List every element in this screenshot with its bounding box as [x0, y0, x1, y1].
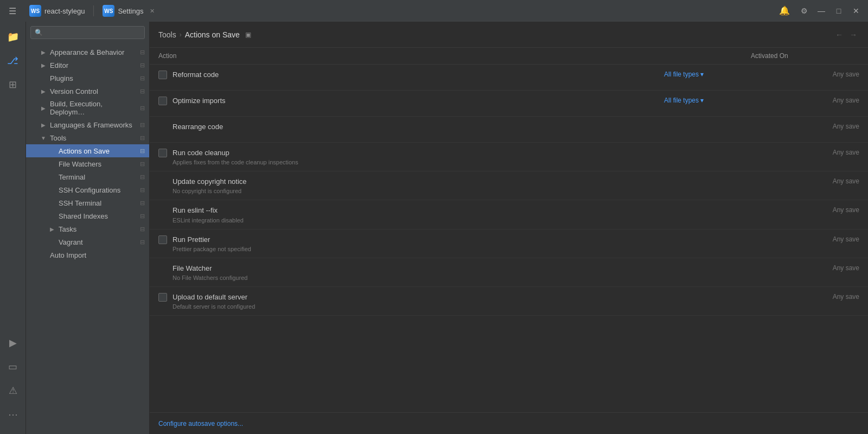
notification-icon[interactable]: 🔔: [775, 3, 794, 18]
settings-icon: WS: [103, 5, 114, 17]
table-row: Optimize imports All file types ▾ Any sa…: [150, 91, 868, 117]
search-input[interactable]: [30, 26, 145, 39]
configure-autosave-link[interactable]: Configure autosave options...: [158, 420, 243, 427]
row-left: Run code cleanup Applies fixes from the …: [158, 148, 664, 165]
table-row: Update copyright notice No copyright is …: [150, 171, 868, 200]
minimize-button[interactable]: —: [814, 3, 829, 18]
maximize-button[interactable]: □: [831, 3, 846, 18]
row-right: Any save: [664, 206, 859, 214]
nav-back-arrow[interactable]: ←: [833, 29, 845, 40]
nav-forward-arrow[interactable]: →: [847, 29, 859, 40]
file-types-button[interactable]: All file types ▾: [664, 71, 704, 78]
row-left: Reformat code: [158, 70, 664, 80]
run-prettier-checkbox[interactable]: [158, 235, 167, 244]
sidebar-item-version-control[interactable]: ▶ Version Control ⊟: [26, 85, 149, 98]
nav-tree: ▶ Appearance & Behavior ⊟ ▶ Editor ⊟ ▶ P…: [26, 43, 149, 434]
sidebar-item-actions-on-save[interactable]: ▶ Actions on Save ⊟: [26, 144, 149, 157]
upload-server-checkbox[interactable]: [158, 293, 167, 302]
footer-link-bar: Configure autosave options...: [150, 412, 868, 434]
row-text: Upload to default server Default server …: [173, 292, 664, 310]
settings-gear-button[interactable]: ⚙: [796, 3, 812, 18]
settings-sidebar: 🔍 ▶ Appearance & Behavior ⊟ ▶ Editor ⊟: [26, 22, 150, 434]
chevron-down-icon: ▼: [39, 133, 48, 142]
sidebar-item-label: Build, Execution, Deploym…: [50, 100, 138, 116]
close-button[interactable]: ✕: [848, 3, 864, 18]
pin-icon: ⊟: [140, 105, 145, 112]
sidebar-item-appearance[interactable]: ▶ Appearance & Behavior ⊟: [26, 46, 149, 59]
pin-icon: ⊟: [140, 49, 145, 56]
pin-icon: ⊟: [140, 174, 145, 181]
breadcrumb-bar: Tools › Actions on Save ▣ ← →: [150, 22, 868, 48]
row-title: Run Prettier: [173, 235, 664, 245]
row-title: Rearrange code: [173, 122, 664, 132]
sidebar-item-ssh-terminal[interactable]: ▶ SSH Terminal ⊟: [26, 196, 149, 209]
search-icon: 🔍: [35, 29, 43, 36]
sidebar-item-file-watchers[interactable]: ▶ File Watchers ⊟: [26, 157, 149, 170]
sidebar-item-label: SSH Configurations: [59, 186, 138, 194]
pin-icon: ⊟: [140, 200, 145, 207]
pin-icon: ⊟: [140, 161, 145, 168]
row-left: Run Prettier Prettier package not specif…: [158, 235, 664, 252]
row-text: Run Prettier Prettier package not specif…: [173, 235, 664, 252]
file-types-label: All file types: [664, 71, 699, 78]
window-controls: 🔔 ⚙ — □ ✕: [775, 3, 864, 18]
settings-title: Settings: [118, 7, 143, 15]
breadcrumb-parent[interactable]: Tools: [158, 30, 176, 39]
activity-problems-icon[interactable]: ⚠: [2, 380, 24, 401]
row-right: Any save: [664, 148, 859, 156]
app-tab[interactable]: WS react-stylegu: [25, 5, 89, 17]
sidebar-item-editor[interactable]: ▶ Editor ⊟: [26, 59, 149, 72]
row-text: Optimize imports: [173, 96, 664, 106]
pin-icon: ⊟: [140, 88, 145, 95]
pin-icon: ⊟: [140, 226, 145, 233]
settings-panel: 🔍 ▶ Appearance & Behavior ⊟ ▶ Editor ⊟: [26, 22, 868, 434]
row-subtitle: Prettier package not specified: [173, 246, 664, 252]
sidebar-item-label: Terminal: [59, 173, 138, 181]
row-right: All file types ▾ Any save: [664, 70, 859, 78]
reformat-code-checkbox[interactable]: [158, 71, 167, 79]
sidebar-item-label: File Watchers: [59, 160, 138, 168]
any-save-label: Any save: [816, 293, 859, 301]
chevron-down-icon: ▾: [700, 97, 704, 104]
chevron-right-icon: ▶: [39, 48, 48, 56]
chevron-right-icon: ▶: [39, 61, 48, 69]
table-row: Reformat code All file types ▾ Any save: [150, 65, 868, 91]
activity-run-icon[interactable]: ▶: [2, 332, 24, 354]
sidebar-item-tasks[interactable]: ▶ Tasks ⊟: [26, 222, 149, 235]
row-text: Rearrange code: [173, 122, 664, 132]
sidebar-item-plugins[interactable]: ▶ Plugins ⊟: [26, 72, 149, 85]
sidebar-item-auto-import[interactable]: ▶ Auto Import: [26, 248, 149, 261]
row-right: Any save: [664, 235, 859, 243]
close-tab-icon[interactable]: ✕: [150, 8, 155, 15]
activity-git-icon[interactable]: ⎇: [2, 50, 24, 72]
settings-tab[interactable]: WS Settings ✕: [98, 5, 159, 17]
sidebar-item-vagrant[interactable]: ▶ Vagrant ⊟: [26, 235, 149, 248]
col-action-header: Action: [158, 52, 751, 60]
app-icon: WS: [29, 5, 41, 17]
file-types-label: All file types: [664, 97, 699, 104]
col-activated-header: Activated On: [751, 52, 859, 60]
sidebar-item-label: Vagrant: [59, 238, 138, 246]
activity-files-icon[interactable]: 📁: [2, 26, 24, 48]
run-code-cleanup-checkbox[interactable]: [158, 149, 167, 157]
activity-plugins-icon[interactable]: ⊞: [2, 74, 24, 95]
sidebar-item-tools[interactable]: ▼ Tools ⊟: [26, 131, 149, 144]
sidebar-item-ssh-configurations[interactable]: ▶ SSH Configurations ⊟: [26, 183, 149, 196]
row-left: Run eslint --fix ESLint integration disa…: [158, 206, 664, 223]
pin-icon: ⊟: [140, 122, 145, 129]
hamburger-icon[interactable]: ☰: [4, 4, 21, 18]
activity-more-icon[interactable]: ⋯: [2, 404, 24, 425]
sidebar-item-build[interactable]: ▶ Build, Execution, Deploym… ⊟: [26, 98, 149, 118]
pin-icon: ⊟: [140, 135, 145, 142]
table-row: Upload to default server Default server …: [150, 287, 868, 316]
sidebar-item-languages[interactable]: ▶ Languages & Frameworks ⊟: [26, 118, 149, 131]
activity-terminal-icon[interactable]: ▭: [2, 356, 24, 378]
sidebar-item-shared-indexes[interactable]: ▶ Shared Indexes ⊟: [26, 209, 149, 222]
sidebar-item-terminal[interactable]: ▶ Terminal ⊟: [26, 170, 149, 183]
breadcrumb-page-icon[interactable]: ▣: [245, 31, 251, 39]
optimize-imports-checkbox[interactable]: [158, 97, 167, 105]
sidebar-item-label: Shared Indexes: [59, 212, 138, 220]
table-row: Run eslint --fix ESLint integration disa…: [150, 200, 868, 229]
pin-icon: ⊟: [140, 213, 145, 220]
file-types-button[interactable]: All file types ▾: [664, 97, 704, 104]
